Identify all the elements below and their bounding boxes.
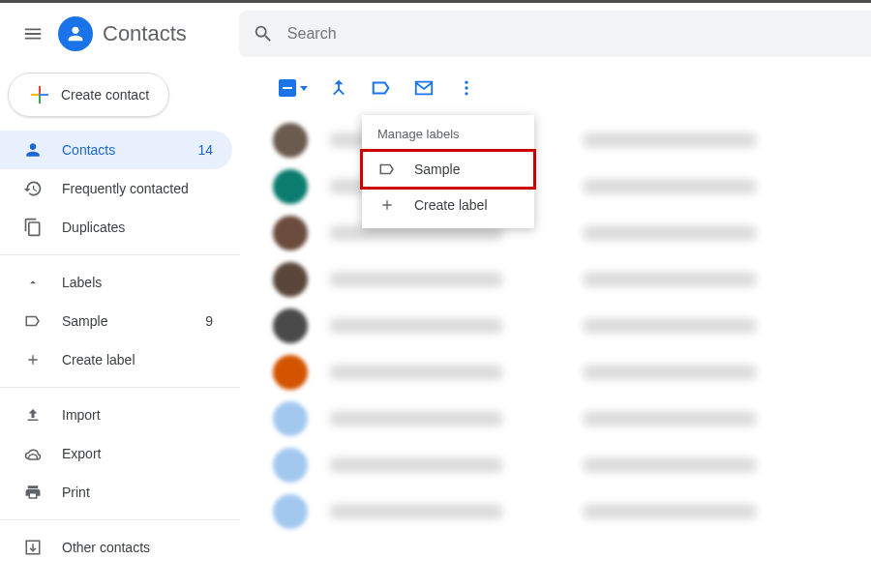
search-input[interactable] <box>287 25 481 43</box>
history-icon <box>23 179 43 198</box>
sidebar-item-duplicates[interactable]: Duplicates <box>0 208 232 247</box>
search-icon <box>253 23 274 44</box>
svg-point-7 <box>465 92 467 95</box>
svg-rect-2 <box>31 94 39 96</box>
contact-name-blurred <box>329 272 503 287</box>
sidebar-other-contacts[interactable]: Other contacts <box>0 528 232 567</box>
create-contact-label: Create contact <box>61 87 149 103</box>
app-title: Contacts <box>103 21 187 46</box>
contact-row[interactable] <box>273 349 871 396</box>
divider <box>0 519 240 520</box>
svg-rect-0 <box>39 86 41 94</box>
selection-dropdown[interactable] <box>279 79 308 97</box>
sidebar-item-count: 9 <box>205 313 213 329</box>
contact-detail-blurred <box>583 225 757 241</box>
merge-button[interactable] <box>327 76 350 100</box>
contact-name-blurred <box>329 411 503 426</box>
dropdown-item-create-label[interactable]: Create label <box>362 188 534 222</box>
hamburger-icon <box>22 23 44 44</box>
contact-row[interactable] <box>273 442 871 488</box>
import-icon <box>23 406 43 424</box>
svg-rect-3 <box>41 94 48 96</box>
contact-avatar <box>273 216 308 250</box>
sidebar-item-label: Other contacts <box>62 540 150 555</box>
sidebar-item-label: Labels <box>62 275 102 290</box>
sidebar-label-sample[interactable]: Sample 9 <box>0 302 232 340</box>
caret-down-icon <box>300 86 308 91</box>
sidebar-item-label: Print <box>62 485 90 500</box>
sidebar-item-label: Sample <box>62 313 107 329</box>
contact-name-blurred <box>329 318 503 334</box>
person-icon <box>65 23 86 44</box>
contact-avatar <box>273 262 308 297</box>
svg-rect-1 <box>39 96 41 103</box>
sidebar-print[interactable]: Print <box>0 473 232 512</box>
plus-icon <box>377 197 397 213</box>
print-icon <box>23 484 43 501</box>
duplicates-icon <box>23 218 43 237</box>
contact-avatar <box>273 169 308 204</box>
dropdown-header: Manage labels <box>362 125 534 151</box>
sidebar-item-label: Contacts <box>62 142 115 158</box>
email-button[interactable] <box>412 76 436 100</box>
person-outline-icon <box>23 140 43 160</box>
sidebar-create-label[interactable]: Create label <box>0 340 232 379</box>
contact-row[interactable] <box>273 396 871 442</box>
manage-labels-dropdown: Manage labels Sample Create label <box>362 115 534 228</box>
sidebar-item-count: 14 <box>197 142 213 158</box>
contact-row[interactable] <box>273 256 871 303</box>
checkbox-indeterminate-icon <box>279 79 296 97</box>
plus-icon <box>23 352 43 368</box>
sidebar-export[interactable]: Export <box>0 434 232 473</box>
merge-icon <box>328 77 349 99</box>
more-button[interactable] <box>455 76 478 100</box>
sidebar-import[interactable]: Import <box>0 396 232 434</box>
contact-name-blurred <box>329 457 503 473</box>
dropdown-item-label: Sample <box>414 162 460 177</box>
divider <box>0 254 240 255</box>
selection-toolbar <box>273 65 871 111</box>
label-icon <box>371 77 392 99</box>
contact-detail-blurred <box>583 504 757 519</box>
contact-detail-blurred <box>583 411 757 426</box>
sidebar-item-label: Export <box>62 446 101 461</box>
search-bar[interactable] <box>239 11 871 57</box>
manage-labels-button[interactable] <box>370 76 393 100</box>
contact-avatar <box>273 448 308 483</box>
label-icon <box>23 312 43 330</box>
chevron-up-icon <box>23 276 43 289</box>
sidebar-item-frequently-contacted[interactable]: Frequently contacted <box>0 169 232 208</box>
contact-detail-blurred <box>583 132 757 148</box>
app-logo <box>58 16 93 51</box>
main-panel: Manage labels Sample Create label <box>248 65 871 588</box>
contact-avatar <box>273 401 308 436</box>
main-menu-button[interactable] <box>10 11 56 57</box>
label-icon <box>377 161 397 178</box>
create-contact-button[interactable]: Create contact <box>8 73 169 117</box>
sidebar-labels-header[interactable]: Labels <box>0 263 232 302</box>
sidebar-item-label: Import <box>62 407 101 423</box>
more-vert-icon <box>457 78 476 98</box>
contact-detail-blurred <box>583 365 757 380</box>
contact-avatar <box>273 494 308 529</box>
svg-point-5 <box>465 81 467 84</box>
contact-detail-blurred <box>583 179 757 194</box>
sidebar: Create contact Contacts 14 Frequently co… <box>0 65 248 588</box>
sidebar-item-label: Create label <box>62 352 135 368</box>
contact-detail-blurred <box>583 457 757 473</box>
google-plus-icon <box>28 83 51 106</box>
divider <box>0 387 240 388</box>
svg-rect-4 <box>39 94 41 96</box>
contact-name-blurred <box>329 365 503 380</box>
sidebar-item-contacts[interactable]: Contacts 14 <box>0 131 232 169</box>
contact-avatar <box>273 309 308 343</box>
dropdown-item-sample[interactable]: Sample <box>362 151 534 188</box>
contact-row[interactable] <box>273 488 871 535</box>
contact-row[interactable] <box>273 303 871 349</box>
sidebar-item-label: Frequently contacted <box>62 181 189 196</box>
app-header: Contacts <box>0 3 871 65</box>
archive-icon <box>23 539 43 556</box>
contact-detail-blurred <box>583 272 757 287</box>
contact-name-blurred <box>329 504 503 519</box>
contact-avatar <box>273 123 308 158</box>
